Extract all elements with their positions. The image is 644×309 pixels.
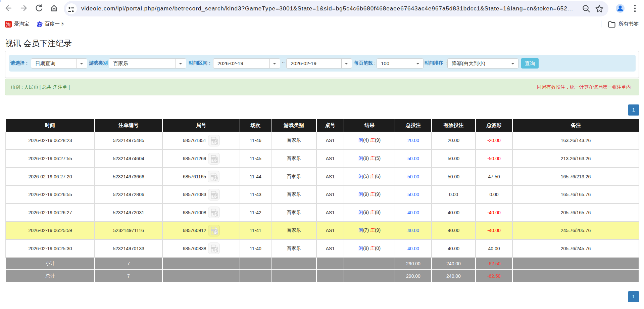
svg-text:du: du [39,24,41,26]
